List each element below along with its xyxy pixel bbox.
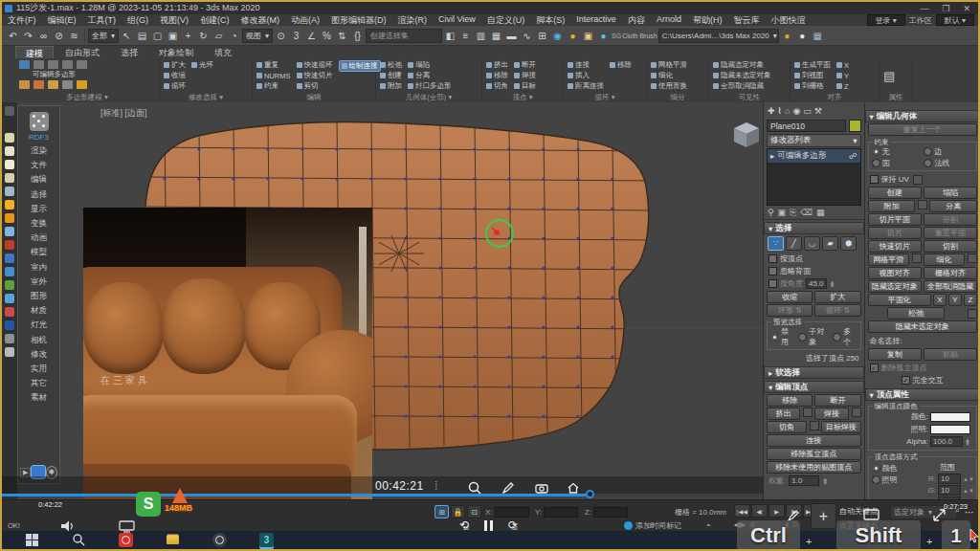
show-end-result-icon[interactable]: ▣ bbox=[778, 208, 787, 218]
menu-item[interactable]: Civil View bbox=[433, 14, 481, 27]
ribbon-group-label[interactable]: 细分 bbox=[647, 93, 708, 102]
alpha-spinner[interactable]: 100.0 bbox=[930, 436, 963, 447]
player-progress-handle[interactable] bbox=[586, 490, 594, 498]
plugin-panel-item[interactable]: 渲染 bbox=[31, 143, 47, 158]
y-coord-field[interactable] bbox=[544, 507, 578, 518]
ribbon-group-label[interactable]: 可见性 bbox=[709, 93, 790, 102]
rgb-range-field[interactable]: 10 bbox=[938, 474, 961, 484]
ignore-backfacing-checkbox[interactable]: 忽略背面 bbox=[780, 266, 811, 276]
ribbon-button[interactable]: 循环 bbox=[164, 81, 186, 91]
ring-button[interactable]: 环形 ⇅ bbox=[767, 304, 813, 317]
plugin-panel-item[interactable]: 室外 bbox=[31, 275, 47, 289]
selection-rollout-header[interactable]: ▾选择 bbox=[764, 222, 864, 234]
ribbon-button[interactable]: 快速切片 bbox=[297, 71, 333, 80]
ribbon-button[interactable]: 约束 bbox=[256, 81, 291, 91]
ribbon-button[interactable]: 封口多边形 bbox=[408, 81, 452, 91]
teapot-iterative-icon[interactable]: ● bbox=[795, 29, 810, 43]
preserve-uv-checkbox[interactable]: 保持 UV bbox=[881, 174, 909, 185]
ribbon-button[interactable]: 松弛 bbox=[380, 60, 402, 70]
by-angle-checkbox[interactable]: 按角度 bbox=[780, 278, 803, 289]
ribbon-group-label[interactable]: 多边形建模 ▾ bbox=[15, 93, 159, 102]
planarize-z-button[interactable]: Z bbox=[964, 294, 977, 306]
cp-button[interactable]: 网格平滑 bbox=[868, 253, 909, 266]
material-editor-icon[interactable]: ◉ bbox=[550, 29, 565, 43]
rotate-icon[interactable]: ↻ bbox=[196, 29, 211, 43]
constraint-option[interactable]: 边 bbox=[924, 146, 974, 157]
forward-30-button[interactable]: ⟳30 bbox=[508, 518, 518, 532]
element-subobject-icon[interactable]: ⬢ bbox=[840, 236, 857, 251]
cloth-brush-button[interactable]: Cloth Brush bbox=[622, 33, 657, 39]
ribbon-button[interactable]: 塌陷 bbox=[408, 60, 452, 70]
pin-stack-icon[interactable]: ⚲ bbox=[768, 208, 774, 218]
cup-icon[interactable] bbox=[5, 173, 14, 183]
cp-button[interactable]: 快速切片 bbox=[868, 240, 922, 253]
relax-button[interactable]: 松弛 bbox=[887, 307, 945, 320]
select-by-option[interactable]: 颜色 bbox=[872, 463, 921, 474]
cp-button[interactable]: 切片 bbox=[868, 227, 922, 239]
cp-button[interactable]: 附加 bbox=[868, 200, 916, 212]
menu-item[interactable]: 动画(A) bbox=[285, 14, 325, 27]
plugin-panel-item[interactable]: 模型 bbox=[31, 245, 47, 259]
poly-tool-icon[interactable] bbox=[19, 80, 30, 89]
poly-subobject-icon[interactable] bbox=[62, 60, 73, 69]
scene-explorer-icon[interactable]: ▦ bbox=[489, 29, 503, 43]
cp-button[interactable]: 断开 bbox=[814, 394, 860, 407]
ribbon-button[interactable]: 目标 bbox=[514, 81, 536, 91]
plugin-panel-item[interactable]: 灯光 bbox=[31, 318, 47, 332]
box-icon[interactable] bbox=[5, 334, 14, 343]
ribbon-button[interactable]: 收缩 bbox=[164, 71, 186, 80]
cp-button[interactable]: 细化 bbox=[924, 253, 965, 266]
redo-icon[interactable]: ↷ bbox=[21, 29, 35, 43]
loop-button[interactable]: 循环 ⇅ bbox=[814, 304, 860, 317]
schematic-view-icon[interactable]: ⊞ bbox=[535, 29, 549, 43]
object-color-swatch[interactable] bbox=[849, 120, 861, 132]
polygon-subobject-icon[interactable]: ▰ bbox=[822, 236, 838, 251]
planarize-button[interactable]: 平面化 bbox=[868, 294, 931, 306]
scale-icon[interactable]: ▱ bbox=[212, 29, 226, 43]
ribbon-tab-item[interactable]: 自由形式 bbox=[56, 46, 109, 58]
vertex-illum-swatch[interactable] bbox=[930, 425, 970, 434]
paste-button[interactable]: 粘贴 bbox=[924, 348, 977, 361]
ribbon-button[interactable]: 连接 bbox=[568, 60, 604, 70]
cp-button[interactable]: 移除未使用的贴图顶点 bbox=[767, 461, 861, 474]
ribbon-button[interactable]: 切角 bbox=[486, 81, 508, 91]
vertex-color-swatch[interactable] bbox=[930, 412, 970, 422]
cloud-icon[interactable] bbox=[5, 120, 14, 129]
cp-button[interactable]: 焊接 bbox=[814, 408, 848, 420]
cp-button[interactable]: 分割 bbox=[924, 213, 977, 226]
paint-connect-button[interactable]: 绘制连接 bbox=[339, 60, 381, 72]
z-coord-field[interactable] bbox=[593, 507, 628, 518]
ribbon-tab-item[interactable]: 选择 bbox=[111, 46, 147, 58]
panel-expand-button[interactable]: ▶ bbox=[20, 468, 31, 477]
rect-region-icon[interactable]: ▢ bbox=[150, 29, 165, 43]
ribbon-button[interactable]: 附加 bbox=[380, 81, 402, 91]
select-object-icon[interactable]: ↖ bbox=[120, 29, 134, 43]
rewind-10-button[interactable]: ⟲10 bbox=[459, 518, 469, 532]
menu-item[interactable]: 修改器(M) bbox=[235, 14, 286, 27]
border-subobject-icon[interactable]: ◡ bbox=[804, 236, 820, 251]
orange-ball-icon[interactable] bbox=[5, 213, 14, 223]
angle-spinner[interactable]: 45.0 bbox=[806, 278, 827, 289]
ribbon-button[interactable]: 距离连接 bbox=[568, 81, 604, 91]
align-icon[interactable]: ≡ bbox=[458, 29, 473, 43]
menu-item[interactable]: Interactive bbox=[570, 14, 622, 27]
named-selection-field[interactable]: 创建选择集 bbox=[366, 29, 442, 43]
menu-item[interactable]: 文件(F) bbox=[2, 14, 42, 27]
named-sets-icon[interactable]: {} bbox=[350, 29, 365, 43]
ribbon-button[interactable]: 剪切 bbox=[297, 81, 333, 91]
bind-spacewarp-icon[interactable]: ≋ bbox=[67, 29, 81, 43]
percent-snap-icon[interactable]: % bbox=[320, 29, 334, 43]
taskbar-explorer-icon[interactable] bbox=[166, 533, 180, 547]
cp-button[interactable]: 塌陷 bbox=[924, 187, 977, 199]
taskbar-search-icon[interactable] bbox=[72, 533, 86, 547]
constraint-option[interactable]: 法线 bbox=[924, 158, 974, 168]
stack-item[interactable]: 可编辑多边形 bbox=[777, 150, 826, 162]
selection-filter-dropdown[interactable]: 全部 ▾ bbox=[88, 29, 119, 43]
hide-unselected-button[interactable]: 隐藏未选定对象 bbox=[868, 320, 977, 333]
sun-icon[interactable] bbox=[5, 200, 14, 209]
project-path-dropdown[interactable]: C:\Users\Admi…\3ds Max 2020 ▾ bbox=[658, 29, 779, 43]
properties-button[interactable]: ▤ bbox=[883, 69, 895, 83]
plugin-panel-item[interactable]: 显示 bbox=[31, 202, 47, 216]
menu-item[interactable]: 创建(C) bbox=[194, 14, 235, 27]
cp-button[interactable]: 视图对齐 bbox=[868, 267, 922, 279]
